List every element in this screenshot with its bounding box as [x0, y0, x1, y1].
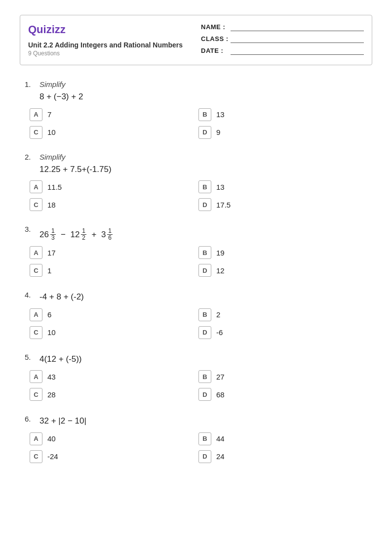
- class-line: [231, 34, 364, 43]
- q5-expr: 4(12 + (-5)): [39, 353, 367, 366]
- q1-text-wrap: Simplify 8 + (−3) + 2: [39, 80, 367, 103]
- q5-option-b: B 27: [198, 370, 367, 383]
- q3-value-b: 19: [216, 249, 225, 257]
- q2-number: 2.: [25, 153, 39, 161]
- date-line: [231, 46, 364, 55]
- q4-value-b: 2: [216, 310, 220, 319]
- q1-option-a: A 7: [30, 108, 198, 121]
- q1-label: Simplify: [39, 80, 367, 88]
- q2-value-b: 13: [216, 183, 225, 191]
- date-field-row: DATE :: [201, 46, 364, 55]
- question-6: 6. 32 + |2 − 10| A 40 B 44 C: [25, 415, 367, 463]
- q3-number: 3.: [25, 225, 39, 233]
- q1-value-b: 13: [216, 110, 225, 119]
- q4-value-d: -6: [216, 328, 223, 337]
- q2-option-d: D 17.5: [198, 198, 367, 211]
- q4-text-wrap: -4 + 8 + (-2): [39, 291, 367, 303]
- class-field-row: CLASS :: [201, 34, 364, 43]
- q4-letter-d: D: [198, 326, 211, 339]
- q6-letter-d: D: [198, 450, 211, 463]
- q2-label: Simplify: [39, 153, 367, 161]
- page-wrapper: Quizizz Unit 2.2 Adding Integers and Rat…: [0, 0, 392, 492]
- q6-letter-a: A: [30, 432, 42, 445]
- q2-options: A 11.5 B 13 C 18 D 17.5: [25, 180, 367, 211]
- q2-value-d: 17.5: [216, 201, 231, 209]
- q3-mixed1: 26 1 3: [39, 228, 56, 241]
- q2-text-wrap: Simplify 12.25 + 7.5+(-1.75): [39, 153, 367, 176]
- q2-letter-b: B: [198, 180, 211, 193]
- q3-expr: 26 1 3 − 12 1 2: [39, 225, 367, 241]
- q3-frac1: 1 3: [50, 228, 56, 241]
- logo-text: Quizizz: [28, 23, 66, 36]
- q3-frac2: 1 2: [81, 228, 86, 241]
- q1-header: 1. Simplify 8 + (−3) + 2: [25, 80, 367, 103]
- q4-option-b: B 2: [198, 308, 367, 321]
- header-left: Quizizz Unit 2.2 Adding Integers and Rat…: [28, 22, 191, 58]
- q2-value-a: 11.5: [47, 183, 62, 191]
- q3-value-d: 12: [216, 266, 225, 275]
- q2-letter-d: D: [198, 198, 211, 211]
- question-4: 4. -4 + 8 + (-2) A 6 B 2 C 10: [25, 291, 367, 339]
- q6-letter-b: B: [198, 432, 211, 445]
- q5-option-a: A 43: [30, 370, 198, 383]
- q5-letter-b: B: [198, 370, 211, 383]
- q4-option-d: D -6: [198, 326, 367, 339]
- q2-option-a: A 11.5: [30, 180, 198, 193]
- q3-text-wrap: 26 1 3 − 12 1 2: [39, 225, 367, 241]
- q6-value-a: 40: [47, 434, 56, 443]
- q3-mixed3: 3 1 6: [101, 228, 113, 241]
- q4-option-c: C 10: [30, 326, 198, 339]
- q6-header: 6. 32 + |2 − 10|: [25, 415, 367, 427]
- q3-value-a: 17: [47, 249, 56, 257]
- q3-letter-d: D: [198, 264, 211, 277]
- quiz-subtitle: 9 Questions: [28, 50, 191, 57]
- q1-number: 1.: [25, 80, 39, 88]
- q6-option-b: B 44: [198, 432, 367, 445]
- q4-letter-a: A: [30, 308, 42, 321]
- q4-option-a: A 6: [30, 308, 198, 321]
- q3-header: 3. 26 1 3 − 12: [25, 225, 367, 241]
- q3-options: A 17 B 19 C 1 D 12: [25, 246, 367, 277]
- q5-letter-d: D: [198, 388, 211, 401]
- question-1: 1. Simplify 8 + (−3) + 2 A 7 B 13: [25, 80, 367, 139]
- q3-letter-b: B: [198, 246, 211, 259]
- q6-letter-c: C: [30, 450, 42, 463]
- q1-expr: 8 + (−3) + 2: [39, 90, 367, 103]
- q1-letter-a: A: [30, 108, 42, 121]
- q3-letter-c: C: [30, 264, 42, 277]
- q1-letter-d: D: [198, 126, 211, 139]
- q4-letter-b: B: [198, 308, 211, 321]
- q6-text-wrap: 32 + |2 − 10|: [39, 415, 367, 427]
- q4-value-a: 6: [47, 310, 51, 319]
- q1-value-a: 7: [47, 110, 51, 119]
- question-2: 2. Simplify 12.25 + 7.5+(-1.75) A 11.5 B…: [25, 153, 367, 212]
- q1-value-c: 10: [47, 128, 56, 136]
- q4-expr: -4 + 8 + (-2): [39, 291, 367, 303]
- q4-header: 4. -4 + 8 + (-2): [25, 291, 367, 303]
- q3-option-a: A 17: [30, 246, 198, 259]
- q5-options: A 43 B 27 C 28 D 68: [25, 370, 367, 401]
- q6-value-c: -24: [47, 452, 58, 461]
- q5-option-c: C 28: [30, 388, 198, 401]
- q5-number: 5.: [25, 353, 39, 361]
- q4-letter-c: C: [30, 326, 42, 339]
- name-label: NAME :: [201, 23, 231, 31]
- q6-value-d: 24: [216, 452, 225, 461]
- q6-option-d: D 24: [198, 450, 367, 463]
- q5-option-d: D 68: [198, 388, 367, 401]
- q3-option-b: B 19: [198, 246, 367, 259]
- q4-value-c: 10: [47, 328, 56, 337]
- q6-options: A 40 B 44 C -24 D 24: [25, 432, 367, 463]
- class-label: CLASS :: [201, 35, 231, 43]
- quiz-title: Unit 2.2 Adding Integers and Rational Nu…: [28, 41, 191, 49]
- q1-option-d: D 9: [198, 126, 367, 139]
- q6-option-a: A 40: [30, 432, 198, 445]
- q5-value-d: 68: [216, 390, 225, 399]
- q3-frac3: 1 6: [107, 228, 113, 241]
- q5-value-c: 28: [47, 390, 56, 399]
- q1-letter-c: C: [30, 126, 42, 139]
- q2-letter-a: A: [30, 180, 42, 193]
- q5-value-b: 27: [216, 373, 225, 381]
- q6-option-c: C -24: [30, 450, 198, 463]
- q4-number: 4.: [25, 291, 39, 299]
